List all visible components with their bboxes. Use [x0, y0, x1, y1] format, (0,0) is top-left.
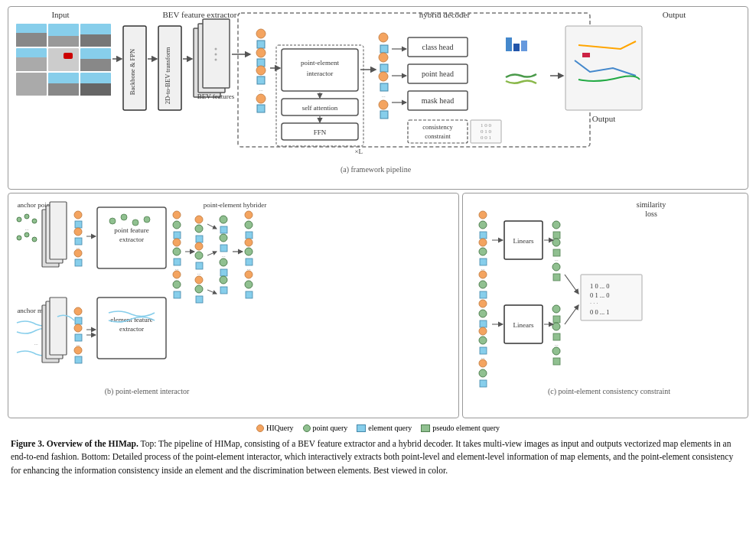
svg-text:Linears: Linears	[513, 321, 534, 329]
top-diagram: Input BEV feature extractor hybrid decod…	[8, 6, 748, 190]
svg-point-159	[245, 239, 253, 246]
svg-point-129	[173, 281, 181, 288]
svg-point-121	[173, 211, 181, 219]
svg-text:mask head: mask head	[422, 96, 455, 105]
svg-rect-138	[196, 262, 203, 269]
svg-point-103	[74, 211, 82, 219]
svg-point-189	[479, 281, 487, 288]
svg-text:interactor: interactor	[307, 70, 333, 77]
svg-text:(c) point-element consistency : (c) point-element consistency constraint	[548, 387, 670, 396]
svg-point-105	[74, 228, 82, 236]
svg-point-209	[552, 239, 560, 246]
svg-point-37	[256, 29, 266, 38]
svg-rect-38	[257, 41, 265, 48]
svg-text:hybrid decoder: hybrid decoder	[419, 10, 471, 19]
svg-point-136	[195, 242, 203, 250]
svg-point-98	[24, 232, 29, 237]
svg-point-33	[215, 59, 217, 61]
svg-rect-5	[16, 33, 47, 47]
svg-text:self attention: self attention	[302, 104, 338, 112]
bottom-diagram: anchor points ... ...	[8, 193, 748, 418]
main-container: Input BEV feature extractor hybrid decod…	[0, 0, 756, 543]
svg-text:Backbone & FPN: Backbone & FPN	[129, 49, 136, 95]
svg-rect-149	[220, 245, 227, 252]
element-query-icon	[357, 424, 366, 432]
svg-text:...: ...	[34, 340, 38, 346]
svg-point-181	[479, 211, 487, 219]
svg-text:0  0 ... 1: 0 0 ... 1	[590, 308, 610, 316]
svg-rect-165	[246, 291, 253, 298]
bottom-left-svg: anchor points ... ...	[13, 198, 449, 401]
svg-point-184	[479, 239, 487, 246]
svg-point-157	[245, 221, 253, 229]
svg-rect-202	[480, 380, 487, 387]
svg-point-31	[215, 48, 217, 50]
figure-caption: Figure 3. Overview of the HIMap. Top: Th…	[8, 437, 748, 477]
figure-caption-bold: Figure 3. Overview of the HIMap.	[11, 439, 138, 448]
svg-point-146	[220, 216, 227, 223]
svg-point-115	[121, 214, 127, 220]
svg-point-219	[552, 347, 560, 355]
svg-rect-173	[75, 317, 82, 324]
svg-rect-142	[196, 296, 203, 303]
svg-text:FFN: FFN	[314, 128, 327, 136]
svg-rect-147	[220, 226, 227, 233]
pseudo-element-query-label: pseudo element query	[432, 424, 500, 432]
svg-point-212	[552, 263, 560, 271]
svg-point-41	[256, 66, 266, 75]
svg-rect-210	[553, 249, 560, 256]
svg-point-125	[173, 248, 181, 255]
svg-rect-18	[48, 83, 79, 96]
svg-rect-62	[380, 64, 388, 72]
svg-text:Linears: Linears	[513, 237, 534, 245]
svg-text:Output: Output	[592, 114, 616, 123]
svg-text:similarity: similarity	[637, 200, 666, 209]
svg-point-32	[215, 54, 217, 56]
svg-point-117	[144, 216, 150, 223]
svg-rect-208	[553, 232, 560, 239]
svg-point-160	[245, 248, 253, 255]
svg-text:point-element: point-element	[301, 59, 339, 67]
svg-point-153	[220, 276, 227, 284]
svg-point-201	[479, 369, 487, 377]
svg-text:extractor: extractor	[119, 236, 144, 243]
svg-line-143	[207, 224, 217, 229]
svg-point-156	[245, 211, 253, 219]
svg-point-182	[479, 221, 487, 229]
svg-text:Output: Output	[663, 10, 686, 19]
svg-rect-213	[553, 274, 560, 281]
svg-rect-85	[513, 44, 520, 51]
svg-point-174	[74, 324, 82, 332]
svg-point-44	[256, 94, 266, 103]
svg-point-99	[32, 237, 37, 242]
svg-rect-102	[50, 202, 67, 259]
svg-text:0 1 0: 0 1 0	[481, 128, 492, 135]
svg-point-214	[552, 305, 560, 313]
svg-point-164	[245, 281, 253, 288]
svg-rect-7	[48, 36, 79, 47]
svg-text:...: ...	[259, 86, 263, 93]
svg-rect-215	[553, 316, 560, 323]
svg-text:×L: ×L	[354, 148, 363, 155]
svg-text:(a) framework pipeline: (a) framework pipeline	[341, 165, 412, 174]
svg-point-163	[245, 271, 253, 278]
svg-text:...: ...	[554, 341, 559, 347]
legend-hiquery: HIQuery	[256, 424, 294, 432]
svg-rect-220	[553, 358, 560, 365]
svg-text:Input: Input	[51, 10, 69, 19]
svg-text:BEV feature extractor: BEV feature extractor	[163, 10, 237, 19]
svg-rect-88	[565, 26, 642, 110]
svg-rect-64	[380, 83, 388, 91]
bottom-left-diagram: anchor points ... ...	[8, 193, 459, 418]
svg-text:·  ·     ·: · · ·	[590, 299, 598, 307]
svg-point-124	[173, 239, 181, 246]
svg-rect-126	[174, 258, 181, 265]
svg-text:class head: class head	[422, 43, 454, 51]
svg-rect-13	[64, 53, 73, 59]
svg-point-114	[109, 218, 116, 224]
point-query-label: point query	[313, 424, 348, 432]
svg-point-94	[24, 214, 29, 219]
svg-rect-175	[75, 334, 82, 341]
svg-rect-217	[553, 333, 560, 340]
svg-line-144	[207, 252, 217, 255]
